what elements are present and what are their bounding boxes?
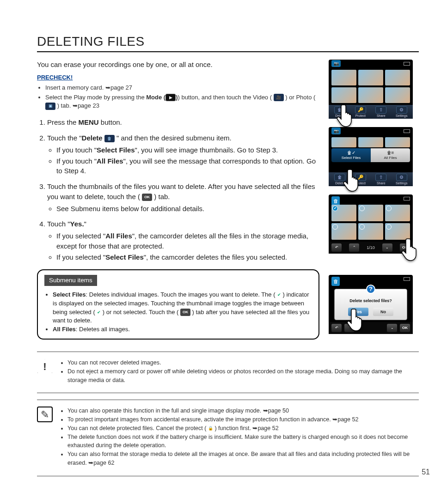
substep: If you selected "Select Files", the camc… [56, 252, 319, 262]
note-item: Do not eject a memory card or power off … [67, 367, 419, 385]
text: : Deletes all images. [76, 326, 130, 333]
note-item: To protect important images from acciden… [67, 415, 419, 424]
text: To protect important images from acciden… [67, 416, 332, 423]
label: Share [377, 182, 386, 185]
protect-button[interactable]: 🔑Protect [351, 106, 370, 117]
step-4: Touch "Yes." If you selected "All Files"… [47, 219, 319, 262]
text: You can also operate this function in th… [67, 407, 263, 414]
key-icon: 🔑 [355, 106, 366, 114]
check-icon: ✔ [276, 291, 283, 298]
submenu-heading: Submenu items [44, 275, 97, 286]
text-bold: All Files [105, 232, 132, 240]
thumb [358, 87, 383, 103]
select-files-icon: 🗑✓ [347, 150, 355, 155]
settings-button[interactable]: ⚙Settings [392, 106, 411, 117]
text: ", you will see image thumbnails. Go to … [135, 146, 278, 154]
select-files-option[interactable]: 🗑✓Select Files [331, 148, 371, 162]
text: If you touch " [56, 157, 97, 165]
share-button[interactable]: ⇧Share [372, 174, 391, 185]
down-button[interactable]: ⌄ [382, 243, 392, 252]
battery-icon [404, 277, 410, 281]
ok-button[interactable]: OK [400, 324, 410, 332]
down-button[interactable]: ⌄ [387, 324, 397, 332]
trash-icon: 🗑 [331, 196, 340, 206]
text: ", the camcorder deletes the files you s… [144, 253, 288, 261]
link-arrow-icon: ➥ [332, 416, 337, 423]
precheck-list: Insert a memory card. ➥page 27 Select th… [37, 84, 319, 111]
ok-button[interactable]: OK [400, 243, 410, 252]
gear-icon: ⚙ [396, 174, 407, 181]
share-icon: ⇧ [375, 106, 386, 114]
precheck-item: Select the Play mode by pressing the Mod… [45, 93, 319, 111]
delete-button[interactable]: 🗑Delete [331, 106, 349, 117]
video-tab-icon: 🎥 [274, 94, 284, 101]
thumb [331, 87, 356, 103]
thumb[interactable] [331, 223, 356, 240]
submenu-popup: 🗑✓Select Files 🗑≡All Files [331, 148, 410, 162]
label: Select Files [342, 156, 361, 160]
screenshot-confirm: 🗑 ? Delete selected files? Yes No ↶ ⌃ ⌄ … [329, 275, 413, 334]
precheck-heading: PRECHECK! [37, 74, 319, 81]
thumb[interactable] [385, 205, 410, 221]
up-button[interactable]: ⌃ [349, 243, 359, 252]
label: Settings [396, 182, 407, 185]
text-bold: Select Files [97, 146, 135, 154]
substep: If you touch "All Files", you will see t… [56, 156, 319, 176]
text-bold: Select Files [53, 291, 86, 298]
no-button[interactable]: No [373, 308, 393, 316]
label: Delete [335, 114, 344, 117]
page-title: DELETING FILES [37, 34, 419, 52]
page-ref: page 27 [110, 84, 132, 91]
thumb[interactable] [358, 205, 383, 221]
trash-icon: 🗑 [334, 106, 345, 114]
text: Touch " [47, 220, 70, 228]
screenshot-selection: 🗑 ✔ ↶ ⌃ 1/10 ⌄ OK [329, 194, 413, 254]
note-item: You can also format the storage media to… [67, 450, 419, 468]
yes-button[interactable]: Yes [348, 308, 368, 316]
thumb-selected[interactable]: ✔ [331, 205, 356, 221]
share-button[interactable]: ⇧Share [372, 106, 391, 117]
battery-icon [404, 62, 410, 66]
thumb[interactable] [358, 223, 383, 240]
dialog-message: Delete selected files? [349, 298, 392, 303]
delete-button[interactable]: 🗑Delete [331, 174, 349, 185]
thumb [358, 70, 383, 85]
ok-tab-icon: OK [180, 309, 190, 316]
text-bold: Select Files [105, 253, 144, 261]
thumb[interactable] [385, 223, 410, 240]
text: button. [99, 118, 122, 126]
thumb [331, 70, 356, 85]
note-item: You can not recover deleted images. [67, 358, 419, 367]
text: ) tab. [154, 193, 170, 200]
protect-button[interactable]: 🔑Protect [351, 174, 370, 185]
label: Delete [335, 182, 344, 185]
back-button[interactable]: ↶ [331, 243, 342, 252]
all-files-icon: 🗑≡ [387, 150, 394, 155]
step-1: Press the MENU button. [47, 117, 319, 128]
check-circle-icon [332, 224, 338, 230]
trash-icon: 🗑 [331, 277, 340, 286]
link-arrow-icon: ➥ [252, 425, 257, 431]
text-bold: Mode ( [146, 94, 165, 101]
label: Protect [355, 114, 366, 117]
thumb [385, 137, 410, 147]
screenshot-submenu: 📷 🗑✓Select Files 🗑≡All Files 🗑Delete 🔑Pr… [329, 127, 413, 186]
text: If you selected " [56, 253, 105, 261]
intro-text: You can erase your recordings one by one… [37, 61, 319, 68]
label: Share [377, 114, 386, 117]
text: If you selected " [56, 232, 105, 240]
text: ) function first. [214, 425, 252, 431]
note-item: You can also operate this function in th… [67, 407, 419, 415]
note-icon: ✎ [37, 407, 53, 422]
warning-note: ! You can not recover deleted images. Do… [37, 356, 419, 389]
text: Touch the " [47, 134, 82, 142]
battery-icon [404, 129, 410, 133]
text: If you touch " [56, 146, 97, 154]
settings-button[interactable]: ⚙Settings [392, 174, 411, 185]
battery-icon [404, 197, 410, 200]
steps-list: Press the MENU button. Touch the "Delete… [37, 117, 319, 262]
text: ) tab. [57, 102, 73, 109]
up-button[interactable]: ⌃ [344, 324, 355, 332]
all-files-option[interactable]: 🗑≡All Files [371, 148, 410, 162]
back-button[interactable]: ↶ [331, 324, 342, 332]
